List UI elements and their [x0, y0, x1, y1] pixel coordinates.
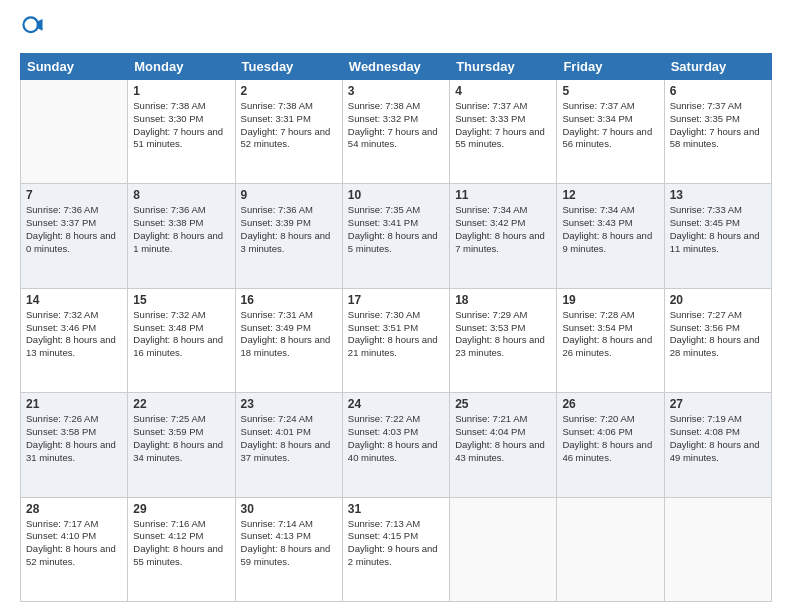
calendar-cell: 21Sunrise: 7:26 AMSunset: 3:58 PMDayligh… — [21, 393, 128, 497]
day-number: 28 — [26, 502, 122, 516]
weekday-header-row: SundayMondayTuesdayWednesdayThursdayFrid… — [21, 54, 772, 80]
calendar-cell: 2Sunrise: 7:38 AMSunset: 3:31 PMDaylight… — [235, 80, 342, 184]
calendar-cell: 27Sunrise: 7:19 AMSunset: 4:08 PMDayligh… — [664, 393, 771, 497]
day-number: 7 — [26, 188, 122, 202]
day-number: 31 — [348, 502, 444, 516]
day-number: 4 — [455, 84, 551, 98]
day-info: Sunrise: 7:24 AMSunset: 4:01 PMDaylight:… — [241, 413, 337, 464]
week-row-2: 7Sunrise: 7:36 AMSunset: 3:37 PMDaylight… — [21, 184, 772, 288]
calendar-cell: 6Sunrise: 7:37 AMSunset: 3:35 PMDaylight… — [664, 80, 771, 184]
day-info: Sunrise: 7:20 AMSunset: 4:06 PMDaylight:… — [562, 413, 658, 464]
day-number: 19 — [562, 293, 658, 307]
calendar-table: SundayMondayTuesdayWednesdayThursdayFrid… — [20, 53, 772, 602]
calendar-cell: 18Sunrise: 7:29 AMSunset: 3:53 PMDayligh… — [450, 288, 557, 392]
week-row-5: 28Sunrise: 7:17 AMSunset: 4:10 PMDayligh… — [21, 497, 772, 601]
day-info: Sunrise: 7:38 AMSunset: 3:31 PMDaylight:… — [241, 100, 337, 151]
weekday-saturday: Saturday — [664, 54, 771, 80]
day-number: 16 — [241, 293, 337, 307]
day-info: Sunrise: 7:21 AMSunset: 4:04 PMDaylight:… — [455, 413, 551, 464]
week-row-3: 14Sunrise: 7:32 AMSunset: 3:46 PMDayligh… — [21, 288, 772, 392]
day-info: Sunrise: 7:27 AMSunset: 3:56 PMDaylight:… — [670, 309, 766, 360]
logo — [20, 16, 44, 43]
day-info: Sunrise: 7:38 AMSunset: 3:32 PMDaylight:… — [348, 100, 444, 151]
day-number: 1 — [133, 84, 229, 98]
day-number: 24 — [348, 397, 444, 411]
day-number: 20 — [670, 293, 766, 307]
day-info: Sunrise: 7:37 AMSunset: 3:35 PMDaylight:… — [670, 100, 766, 151]
day-number: 21 — [26, 397, 122, 411]
day-info: Sunrise: 7:26 AMSunset: 3:58 PMDaylight:… — [26, 413, 122, 464]
header — [20, 16, 772, 43]
calendar-cell: 7Sunrise: 7:36 AMSunset: 3:37 PMDaylight… — [21, 184, 128, 288]
day-number: 3 — [348, 84, 444, 98]
day-info: Sunrise: 7:34 AMSunset: 3:42 PMDaylight:… — [455, 204, 551, 255]
day-number: 26 — [562, 397, 658, 411]
calendar-cell — [450, 497, 557, 601]
calendar-cell: 29Sunrise: 7:16 AMSunset: 4:12 PMDayligh… — [128, 497, 235, 601]
calendar-cell: 26Sunrise: 7:20 AMSunset: 4:06 PMDayligh… — [557, 393, 664, 497]
day-info: Sunrise: 7:14 AMSunset: 4:13 PMDaylight:… — [241, 518, 337, 569]
day-info: Sunrise: 7:34 AMSunset: 3:43 PMDaylight:… — [562, 204, 658, 255]
day-number: 11 — [455, 188, 551, 202]
calendar-body: 1Sunrise: 7:38 AMSunset: 3:30 PMDaylight… — [21, 80, 772, 602]
day-number: 18 — [455, 293, 551, 307]
day-info: Sunrise: 7:32 AMSunset: 3:46 PMDaylight:… — [26, 309, 122, 360]
calendar-cell: 17Sunrise: 7:30 AMSunset: 3:51 PMDayligh… — [342, 288, 449, 392]
day-info: Sunrise: 7:29 AMSunset: 3:53 PMDaylight:… — [455, 309, 551, 360]
day-number: 27 — [670, 397, 766, 411]
calendar-cell: 5Sunrise: 7:37 AMSunset: 3:34 PMDaylight… — [557, 80, 664, 184]
day-number: 17 — [348, 293, 444, 307]
weekday-friday: Friday — [557, 54, 664, 80]
calendar-cell: 14Sunrise: 7:32 AMSunset: 3:46 PMDayligh… — [21, 288, 128, 392]
calendar-cell: 12Sunrise: 7:34 AMSunset: 3:43 PMDayligh… — [557, 184, 664, 288]
calendar-cell: 11Sunrise: 7:34 AMSunset: 3:42 PMDayligh… — [450, 184, 557, 288]
calendar-cell: 25Sunrise: 7:21 AMSunset: 4:04 PMDayligh… — [450, 393, 557, 497]
day-number: 13 — [670, 188, 766, 202]
day-info: Sunrise: 7:31 AMSunset: 3:49 PMDaylight:… — [241, 309, 337, 360]
weekday-tuesday: Tuesday — [235, 54, 342, 80]
day-info: Sunrise: 7:16 AMSunset: 4:12 PMDaylight:… — [133, 518, 229, 569]
day-number: 14 — [26, 293, 122, 307]
calendar-cell: 19Sunrise: 7:28 AMSunset: 3:54 PMDayligh… — [557, 288, 664, 392]
day-number: 15 — [133, 293, 229, 307]
calendar-cell — [664, 497, 771, 601]
day-info: Sunrise: 7:19 AMSunset: 4:08 PMDaylight:… — [670, 413, 766, 464]
calendar-cell: 20Sunrise: 7:27 AMSunset: 3:56 PMDayligh… — [664, 288, 771, 392]
day-info: Sunrise: 7:22 AMSunset: 4:03 PMDaylight:… — [348, 413, 444, 464]
day-info: Sunrise: 7:33 AMSunset: 3:45 PMDaylight:… — [670, 204, 766, 255]
day-number: 5 — [562, 84, 658, 98]
day-number: 6 — [670, 84, 766, 98]
day-number: 12 — [562, 188, 658, 202]
svg-point-0 — [23, 17, 38, 32]
day-number: 9 — [241, 188, 337, 202]
week-row-4: 21Sunrise: 7:26 AMSunset: 3:58 PMDayligh… — [21, 393, 772, 497]
day-number: 23 — [241, 397, 337, 411]
day-info: Sunrise: 7:35 AMSunset: 3:41 PMDaylight:… — [348, 204, 444, 255]
weekday-monday: Monday — [128, 54, 235, 80]
calendar-cell: 16Sunrise: 7:31 AMSunset: 3:49 PMDayligh… — [235, 288, 342, 392]
weekday-wednesday: Wednesday — [342, 54, 449, 80]
calendar-cell: 30Sunrise: 7:14 AMSunset: 4:13 PMDayligh… — [235, 497, 342, 601]
day-number: 25 — [455, 397, 551, 411]
day-number: 2 — [241, 84, 337, 98]
calendar-cell: 8Sunrise: 7:36 AMSunset: 3:38 PMDaylight… — [128, 184, 235, 288]
day-info: Sunrise: 7:37 AMSunset: 3:33 PMDaylight:… — [455, 100, 551, 151]
calendar-cell: 31Sunrise: 7:13 AMSunset: 4:15 PMDayligh… — [342, 497, 449, 601]
day-number: 22 — [133, 397, 229, 411]
weekday-sunday: Sunday — [21, 54, 128, 80]
calendar-cell: 23Sunrise: 7:24 AMSunset: 4:01 PMDayligh… — [235, 393, 342, 497]
week-row-1: 1Sunrise: 7:38 AMSunset: 3:30 PMDaylight… — [21, 80, 772, 184]
calendar-cell: 28Sunrise: 7:17 AMSunset: 4:10 PMDayligh… — [21, 497, 128, 601]
calendar-cell: 4Sunrise: 7:37 AMSunset: 3:33 PMDaylight… — [450, 80, 557, 184]
day-info: Sunrise: 7:37 AMSunset: 3:34 PMDaylight:… — [562, 100, 658, 151]
calendar-cell: 13Sunrise: 7:33 AMSunset: 3:45 PMDayligh… — [664, 184, 771, 288]
weekday-thursday: Thursday — [450, 54, 557, 80]
logo-icon — [22, 16, 44, 38]
calendar-cell: 24Sunrise: 7:22 AMSunset: 4:03 PMDayligh… — [342, 393, 449, 497]
day-number: 8 — [133, 188, 229, 202]
day-info: Sunrise: 7:30 AMSunset: 3:51 PMDaylight:… — [348, 309, 444, 360]
calendar-cell: 3Sunrise: 7:38 AMSunset: 3:32 PMDaylight… — [342, 80, 449, 184]
day-info: Sunrise: 7:17 AMSunset: 4:10 PMDaylight:… — [26, 518, 122, 569]
calendar-cell: 10Sunrise: 7:35 AMSunset: 3:41 PMDayligh… — [342, 184, 449, 288]
day-info: Sunrise: 7:32 AMSunset: 3:48 PMDaylight:… — [133, 309, 229, 360]
